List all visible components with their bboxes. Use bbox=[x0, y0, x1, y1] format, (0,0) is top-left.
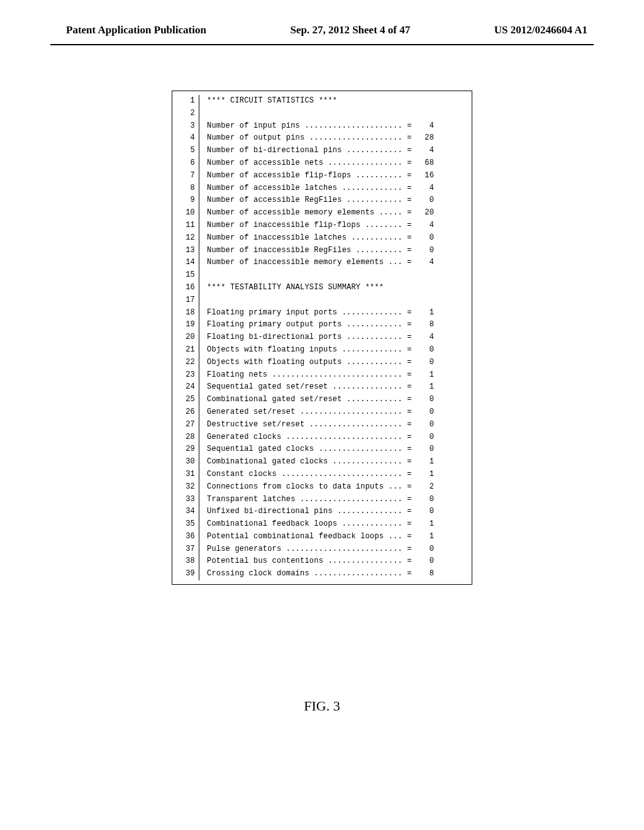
stat-label: Number of accessible latches ...........… bbox=[207, 182, 402, 195]
line-number: 25 bbox=[176, 394, 199, 406]
stat-label: Combinational gated clocks .............… bbox=[207, 456, 402, 468]
line-number: 26 bbox=[176, 406, 199, 419]
listing-row: 28Generated clocks .....................… bbox=[176, 431, 465, 444]
header-left: Patent Application Publication bbox=[66, 24, 206, 36]
stat-label: Objects with floating outputs ..........… bbox=[207, 357, 402, 369]
listing-row: 39Crossing clock domains ...............… bbox=[176, 568, 465, 580]
stat-value: 0 bbox=[416, 419, 434, 431]
stat-value: 28 bbox=[416, 132, 434, 145]
stat-value: 4 bbox=[416, 145, 434, 157]
listing-row: 8Number of accessible latches ..........… bbox=[176, 182, 465, 195]
listing-row: 32Connections from clocks to data inputs… bbox=[176, 481, 465, 494]
stat-label: Floating bi-directional ports ..........… bbox=[207, 331, 402, 344]
stat-value: 0 bbox=[416, 245, 434, 257]
header-center: Sep. 27, 2012 Sheet 4 of 47 bbox=[290, 24, 410, 36]
line-number: 20 bbox=[176, 331, 199, 344]
stat-value: 0 bbox=[416, 555, 434, 568]
line-number: 7 bbox=[176, 170, 199, 182]
listing-row: 35Combinational feedback loops .........… bbox=[176, 518, 465, 531]
line-number: 35 bbox=[176, 518, 199, 531]
line-number: 6 bbox=[176, 157, 199, 170]
line-number: 29 bbox=[176, 443, 199, 456]
stat-label: Destructive set/reset ..................… bbox=[207, 419, 402, 431]
stat-value: 1 bbox=[416, 381, 434, 394]
stat-value: 0 bbox=[416, 394, 434, 406]
line-number: 8 bbox=[176, 182, 199, 195]
line-number: 33 bbox=[176, 494, 199, 506]
stat-label: Sequential gated set/reset .............… bbox=[207, 381, 402, 394]
line-number: 4 bbox=[176, 132, 199, 145]
stat-value: 68 bbox=[416, 157, 434, 170]
line-number: 17 bbox=[176, 294, 199, 307]
stat-value: 1 bbox=[416, 531, 434, 543]
line-number: 16 bbox=[176, 282, 199, 294]
listing-row: 13Number of inaccessible RegFiles ......… bbox=[176, 245, 465, 257]
line-number: 27 bbox=[176, 419, 199, 431]
stat-label: Crossing clock domains .................… bbox=[207, 568, 402, 580]
stat-value: 4 bbox=[416, 331, 434, 344]
stat-value: 0 bbox=[416, 494, 434, 506]
listing-row: 29Sequential gated clocks ..............… bbox=[176, 443, 465, 456]
listing-row: 11Number of inaccessible flip-flops ....… bbox=[176, 219, 465, 232]
listing-row: 9Number of accessible RegFiles .........… bbox=[176, 194, 465, 207]
stat-value: 0 bbox=[416, 357, 434, 369]
listing-row: 17 bbox=[176, 294, 465, 307]
listing-row: 25Combinational gated set/reset ........… bbox=[176, 394, 465, 406]
listing-row: 15 bbox=[176, 269, 465, 282]
header-right: US 2012/0246604 A1 bbox=[494, 24, 587, 36]
line-number: 28 bbox=[176, 431, 199, 444]
stat-value: 0 bbox=[416, 406, 434, 419]
stat-value: 1 bbox=[416, 468, 434, 481]
stat-value: 0 bbox=[416, 344, 434, 357]
stat-label: Generated set/reset ....................… bbox=[207, 406, 402, 419]
line-number: 1 bbox=[176, 95, 199, 108]
listing-row: 27Destructive set/reset ................… bbox=[176, 419, 465, 431]
stat-value: 20 bbox=[416, 207, 434, 219]
line-number: 21 bbox=[176, 344, 199, 357]
stat-label: Number of input pins ...................… bbox=[207, 120, 402, 133]
stat-value: 1 bbox=[416, 369, 434, 382]
stat-label: Number of output pins ..................… bbox=[207, 132, 402, 145]
line-number: 13 bbox=[176, 245, 199, 257]
stat-value: 8 bbox=[416, 568, 434, 580]
stat-value: 8 bbox=[416, 319, 434, 331]
stat-value: 4 bbox=[416, 120, 434, 133]
stat-label: Potential combinational feedback loops .… bbox=[207, 531, 402, 543]
listing-row: 18Floating primary input ports .........… bbox=[176, 307, 465, 319]
listing-row: 24Sequential gated set/reset ...........… bbox=[176, 381, 465, 394]
stat-label: Number of inaccessible memory elements .… bbox=[207, 257, 402, 269]
line-number: 23 bbox=[176, 369, 199, 382]
line-number: 10 bbox=[176, 207, 199, 219]
line-number: 34 bbox=[176, 506, 199, 518]
stat-label: Unfixed bi-directional pins ............… bbox=[207, 506, 402, 518]
stat-label: Floating nets ..........................… bbox=[207, 369, 402, 382]
listing-row: 36Potential combinational feedback loops… bbox=[176, 531, 465, 543]
line-number: 32 bbox=[176, 481, 199, 494]
listing-row: 19Floating primary output ports ........… bbox=[176, 319, 465, 331]
stat-value: 1 bbox=[416, 456, 434, 468]
section-title: **** TESTABILITY ANALYSIS SUMMARY **** bbox=[207, 282, 384, 294]
stat-value: 4 bbox=[416, 257, 434, 269]
page-header: Patent Application Publication Sep. 27, … bbox=[0, 0, 644, 44]
line-number: 12 bbox=[176, 232, 199, 245]
line-number: 36 bbox=[176, 531, 199, 543]
stat-label: Number of accessible flip-flops ........… bbox=[207, 170, 402, 182]
line-number: 18 bbox=[176, 307, 199, 319]
stat-value: 0 bbox=[416, 506, 434, 518]
line-number: 9 bbox=[176, 194, 199, 207]
stat-value: 4 bbox=[416, 219, 434, 232]
stat-label: Combinational gated set/reset ..........… bbox=[207, 394, 402, 406]
listing-row: 26Generated set/reset ..................… bbox=[176, 406, 465, 419]
stat-value: 0 bbox=[416, 431, 434, 444]
listing-row: 37Pulse generators .....................… bbox=[176, 543, 465, 556]
line-number: 39 bbox=[176, 568, 199, 580]
stat-label: Potential bus contentions ..............… bbox=[207, 555, 402, 568]
listing-row: 38Potential bus contentions ............… bbox=[176, 555, 465, 568]
line-number: 19 bbox=[176, 319, 199, 331]
stat-label: Constant clocks ........................… bbox=[207, 468, 402, 481]
listing-row: 31Constant clocks ......................… bbox=[176, 468, 465, 481]
stat-label: Number of inaccessible latches .........… bbox=[207, 232, 402, 245]
line-number: 3 bbox=[176, 120, 199, 133]
listing-row: 16 **** TESTABILITY ANALYSIS SUMMARY ***… bbox=[176, 282, 465, 294]
listing-row: 7Number of accessible flip-flops .......… bbox=[176, 170, 465, 182]
